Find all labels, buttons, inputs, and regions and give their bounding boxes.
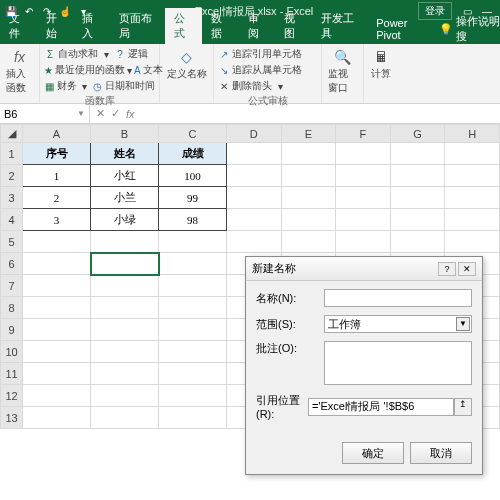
fx-cancel-icon[interactable]: ✕ xyxy=(96,107,105,120)
fx-icon[interactable]: fx xyxy=(126,108,135,120)
select-all[interactable]: ◢ xyxy=(1,125,23,143)
calc-button[interactable]: 🖩 计算 xyxy=(368,46,394,83)
scope-select[interactable] xyxy=(324,315,472,333)
cell[interactable]: 99 xyxy=(159,187,227,209)
remove-arrows-icon: ✕ xyxy=(218,80,230,92)
row-header[interactable]: 9 xyxy=(1,319,23,341)
namebox-dropdown-icon[interactable]: ▼ xyxy=(77,109,85,118)
worksheet-grid[interactable]: ◢ A B C D E F G H 1 序号 姓名 成绩 2 1 小红 100 … xyxy=(0,124,500,429)
dropdown-arrow-icon[interactable]: ▼ xyxy=(456,317,470,331)
row-header[interactable]: 6 xyxy=(1,253,23,275)
dialog-title: 新建名称 xyxy=(252,261,296,276)
cell[interactable]: 姓名 xyxy=(91,143,159,165)
cell[interactable]: 序号 xyxy=(23,143,91,165)
trace-prec-icon: ↗ xyxy=(218,48,230,60)
row-header[interactable]: 7 xyxy=(1,275,23,297)
name-input[interactable] xyxy=(324,289,472,307)
row-header[interactable]: 8 xyxy=(1,297,23,319)
row-header[interactable]: 11 xyxy=(1,363,23,385)
calc-icon: 🖩 xyxy=(372,48,390,66)
cell[interactable]: 小兰 xyxy=(91,187,159,209)
col-header[interactable]: H xyxy=(445,125,500,143)
logical-icon: ? xyxy=(114,48,126,60)
watch-window-button[interactable]: 🔍 监视窗口 xyxy=(326,46,359,97)
bulb-icon: 💡 xyxy=(439,23,453,36)
cell[interactable]: 98 xyxy=(159,209,227,231)
range-picker-icon[interactable]: ↥ xyxy=(454,398,472,416)
fx-icon: fx xyxy=(11,48,29,66)
col-header[interactable]: E xyxy=(281,125,336,143)
active-cell[interactable] xyxy=(91,253,159,275)
row-header[interactable]: 13 xyxy=(1,407,23,429)
name-box[interactable]: B6▼ xyxy=(0,104,90,123)
dialog-close-icon[interactable]: ✕ xyxy=(458,262,476,276)
col-header[interactable]: C xyxy=(159,125,227,143)
tab-insert[interactable]: 插入 xyxy=(73,8,110,44)
tag-icon: ◇ xyxy=(178,48,196,66)
trace-dependents[interactable]: ↘追踪从属单元格 xyxy=(218,62,317,78)
tab-home[interactable]: 开始 xyxy=(37,8,74,44)
row-header[interactable]: 12 xyxy=(1,385,23,407)
tab-dev[interactable]: 开发工具 xyxy=(312,8,367,44)
tab-powerpivot[interactable]: Power Pivot xyxy=(367,14,435,44)
row-header[interactable]: 1 xyxy=(1,143,23,165)
autosum-button[interactable]: Σ自动求和▾?逻辑 xyxy=(44,46,155,62)
col-header[interactable]: B xyxy=(91,125,159,143)
cell[interactable]: 小红 xyxy=(91,165,159,187)
remove-arrows[interactable]: ✕删除箭头▾ xyxy=(218,78,317,94)
col-header[interactable]: G xyxy=(390,125,445,143)
tab-view[interactable]: 视图 xyxy=(275,8,312,44)
refers-label: 引用位置(R): xyxy=(256,393,302,420)
cell[interactable]: 小绿 xyxy=(91,209,159,231)
row-header[interactable]: 2 xyxy=(1,165,23,187)
cell[interactable]: 100 xyxy=(159,165,227,187)
financial-icon: ▦ xyxy=(44,80,55,92)
col-header[interactable]: F xyxy=(336,125,391,143)
row-header[interactable]: 4 xyxy=(1,209,23,231)
recent-icon: ★ xyxy=(44,64,53,76)
row-header[interactable]: 3 xyxy=(1,187,23,209)
new-name-dialog: 新建名称 ? ✕ 名称(N): 范围(S): ▼ 批注(O): 引用位置(R):… xyxy=(245,256,483,475)
cell[interactable]: 2 xyxy=(23,187,91,209)
fx-accept-icon[interactable]: ✓ xyxy=(111,107,120,120)
tab-layout[interactable]: 页面布局 xyxy=(110,8,165,44)
tab-data[interactable]: 数据 xyxy=(202,8,239,44)
row-header[interactable]: 5 xyxy=(1,231,23,253)
row-header[interactable]: 10 xyxy=(1,341,23,363)
financial-button[interactable]: ▦财务▾◷日期和时间 xyxy=(44,78,155,94)
trace-dep-icon: ↘ xyxy=(218,64,230,76)
col-header[interactable]: D xyxy=(227,125,282,143)
tell-me[interactable]: 💡操作说明搜 xyxy=(439,14,500,44)
trace-precedents[interactable]: ↗追踪引用单元格 xyxy=(218,46,317,62)
text-icon: A xyxy=(134,64,141,76)
refers-input[interactable] xyxy=(308,398,454,416)
tab-file[interactable]: 文件 xyxy=(0,8,37,44)
insert-function-button[interactable]: fx 插入函数 xyxy=(4,46,35,97)
datetime-icon: ◷ xyxy=(92,80,103,92)
comment-label: 批注(O): xyxy=(256,341,318,356)
audit-group-label: 公式审核 xyxy=(218,94,317,108)
recent-fn-button[interactable]: ★最近使用的函数▾A文本 xyxy=(44,62,155,78)
name-label: 名称(N): xyxy=(256,291,318,306)
scope-label: 范围(S): xyxy=(256,317,318,332)
tab-formulas[interactable]: 公式 xyxy=(165,8,202,44)
col-header[interactable]: A xyxy=(23,125,91,143)
watch-icon: 🔍 xyxy=(334,48,352,66)
cell[interactable]: 成绩 xyxy=(159,143,227,165)
tab-review[interactable]: 审阅 xyxy=(239,8,276,44)
dialog-help-icon[interactable]: ? xyxy=(438,262,456,276)
comment-textarea[interactable] xyxy=(324,341,472,385)
sigma-icon: Σ xyxy=(44,48,56,60)
cell[interactable]: 1 xyxy=(23,165,91,187)
define-name-button[interactable]: ◇ 定义名称 xyxy=(164,46,209,83)
cancel-button[interactable]: 取消 xyxy=(410,442,472,464)
ok-button[interactable]: 确定 xyxy=(342,442,404,464)
cell[interactable]: 3 xyxy=(23,209,91,231)
